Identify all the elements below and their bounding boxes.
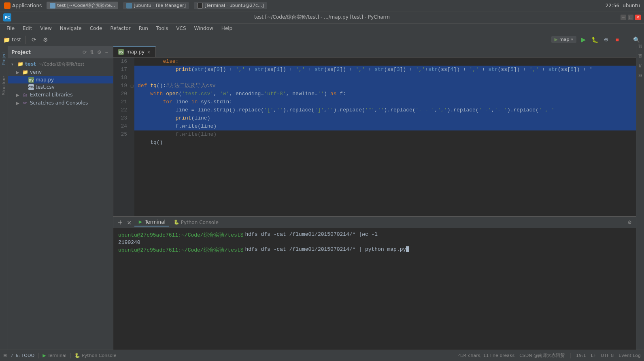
kw-in: in [191, 98, 201, 106]
status-todo[interactable]: ✓ 6: TODO [10, 353, 34, 358]
extlibs-label: External Libraries [30, 92, 72, 98]
sync-button[interactable]: ⟳ [30, 35, 38, 44]
tab-terminal[interactable]: ▶ Terminal [134, 218, 169, 226]
event-log-btn[interactable]: Event Log [618, 353, 641, 358]
status-chars: 434 chars, 11 line breaks [458, 353, 514, 358]
menu-code[interactable]: Code [87, 25, 106, 32]
search-button[interactable]: 🔍 [632, 35, 641, 44]
tree-item-testcsv[interactable]: csv test.csv [8, 83, 113, 91]
applications-menu[interactable]: Applications [4, 2, 42, 9]
panel-collapse-btn[interactable]: ⇅ [89, 49, 95, 56]
todo-icon: ✓ [10, 353, 14, 358]
debug-icon: 🐛 [591, 36, 598, 43]
status-terminal[interactable]: ▶ Terminal [43, 353, 66, 358]
py-console-status-label: Python Console [82, 353, 116, 358]
terminal-add-button[interactable]: + [117, 219, 124, 226]
code-24-fwrite: f.write(line) [138, 122, 217, 130]
menu-view[interactable]: View [37, 25, 55, 32]
run-config-icon: ▶ [555, 37, 558, 42]
tree-item-scratches[interactable]: ▶ ✏ Scratches and Consoles [8, 99, 113, 107]
fn-open: open [166, 90, 179, 98]
left-side-strip: Project Structure [0, 46, 8, 350]
code-26-tq: tq() [138, 139, 163, 147]
fold-19[interactable]: ⊟ [130, 82, 134, 90]
panel-close-btn[interactable]: − [103, 49, 110, 56]
code-editor[interactable]: 16 17 18 19 20 21 22 23 24 25 [113, 58, 636, 216]
csv-icon: csv [28, 84, 34, 90]
code-content[interactable]: else: print(str(ss[0]) + ',' + str(ss[1]… [134, 58, 636, 216]
menu-window[interactable]: Window [191, 25, 217, 32]
tab-close-mappy[interactable]: × [147, 50, 150, 54]
taskbar-filemanager[interactable]: [ubuntu - File Manager] [123, 2, 189, 9]
tab-mappy[interactable]: py map.py × [113, 46, 156, 57]
menu-file[interactable]: File [3, 25, 18, 32]
kw-for: for [138, 98, 176, 106]
term-line-2: 2190240 [118, 239, 631, 246]
term-cursor [406, 246, 409, 252]
project-breadcrumb: 📁 test [3, 36, 21, 43]
right-strip-label-2[interactable]: 显 [637, 59, 644, 62]
system-bar-left: Applications test [~/Code/综合实验/te... [ub… [4, 2, 267, 9]
terminal-close-session[interactable]: × [125, 219, 133, 226]
stop-button[interactable]: ■ [613, 35, 622, 44]
project-panel-title: Project [11, 49, 31, 55]
right-strip-label-4[interactable]: 框 [637, 79, 644, 82]
scratches-icon: ✏ [22, 100, 28, 106]
taskbar-pycharm[interactable]: test [~/Code/综合实验/te... [47, 2, 118, 9]
status-lf: LF [591, 353, 596, 358]
system-time: 22:56 [606, 3, 620, 9]
right-side-strip: 隐 显 具 框 [636, 46, 644, 350]
run-configuration[interactable]: ▶ map ▾ [551, 36, 576, 43]
code-line-23: print(line) [134, 114, 636, 122]
window-controls: − □ × [621, 15, 641, 20]
maximize-button[interactable]: □ [628, 15, 633, 20]
code-line-20: with open('test.csv', 'w', encoding='utf… [134, 90, 636, 98]
code-line-22: line = line.strip().replace('[','').repl… [134, 106, 636, 114]
coverage-button[interactable]: ⊕ [601, 35, 610, 44]
title-bar: PC test [~/Code/综合实验/test] - .../map.py … [0, 11, 644, 23]
terminal-content[interactable]: ubuntu@27c95adc7611:~/Code/综合实验/test$ hd… [113, 228, 636, 350]
str-testcsv: 'test.csv' [182, 90, 213, 98]
term-line-3: ubuntu@27c95adc7611:~/Code/综合实验/test$ hd… [118, 246, 631, 254]
menu-run[interactable]: Run [136, 25, 151, 32]
tree-item-extlibs[interactable]: ▶ 🗂 External Libraries [8, 91, 113, 99]
stop-icon: ■ [616, 36, 619, 43]
minimize-button[interactable]: − [621, 15, 626, 20]
tree-arrow-scratches: ▶ [16, 101, 20, 105]
right-strip-label-3[interactable]: 具 [637, 69, 644, 72]
tree-item-root[interactable]: ▾ 📁 test ~/Code/综合实验/test [8, 60, 113, 68]
status-python-console[interactable]: 🐍 Python Console [74, 353, 116, 358]
close-button[interactable]: × [635, 15, 641, 20]
settings-button[interactable]: ⚙ [41, 35, 50, 44]
panel-sync-btn[interactable]: ⟳ [81, 49, 88, 56]
tree-item-mappy[interactable]: py map.py [8, 76, 113, 83]
menu-navigate[interactable]: Navigate [57, 25, 85, 32]
run-play-icon: ▶ [581, 36, 586, 43]
tab-python-console[interactable]: 🐍 Python Console [170, 219, 222, 226]
menu-refactor[interactable]: Refactor [107, 25, 134, 32]
project-side-label[interactable]: Project [1, 49, 7, 66]
fold-25 [130, 130, 134, 139]
debug-button[interactable]: 🐛 [590, 35, 599, 44]
app-icon [4, 2, 11, 9]
menu-tools[interactable]: Tools [153, 25, 172, 32]
tree-item-venv[interactable]: ▶ 📁 venv [8, 68, 113, 76]
run-button[interactable]: ▶ [579, 35, 588, 44]
structure-side-label[interactable]: Structure [1, 75, 7, 97]
terminal-settings-btn[interactable]: ⚙ [626, 219, 633, 226]
panel-header-buttons: ⟳ ⇅ ⚙ − [81, 49, 110, 56]
main-layout: Project Structure Project ⟳ ⇅ ⚙ − ▾ 📁 te… [0, 46, 644, 350]
taskbar-terminal[interactable]: [Terminal - ubuntu@27c...] [194, 2, 267, 9]
status-item-layout[interactable]: ⊞ [3, 353, 7, 358]
panel-settings-btn[interactable]: ⚙ [96, 49, 102, 56]
menu-edit[interactable]: Edit [19, 25, 35, 32]
tab-icon-mappy: py [118, 49, 124, 55]
menu-vcs[interactable]: VCS [173, 25, 189, 32]
ln-24: 24 [116, 122, 127, 130]
coverage-icon: ⊕ [604, 36, 608, 43]
menu-help[interactable]: Help [218, 25, 236, 32]
code-line-26: tq() [134, 139, 636, 147]
right-strip-label-1[interactable]: 隐 [637, 49, 644, 53]
kw-def: def [138, 82, 150, 90]
status-bar: ⊞ ✓ 6: TODO | ▶ Terminal | 🐍 Python Cons… [0, 350, 644, 361]
